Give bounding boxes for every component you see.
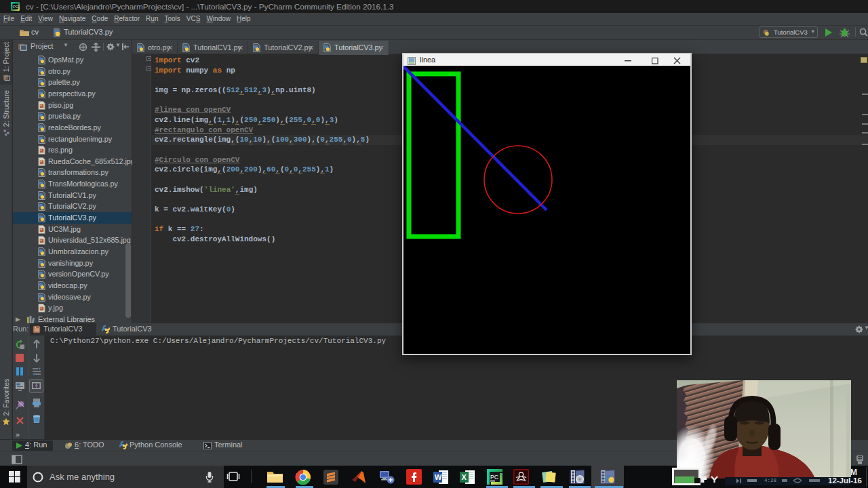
- svg-text:PC: PC: [490, 474, 498, 481]
- svg-text:W: W: [435, 473, 442, 481]
- svg-text:PC: PC: [13, 5, 19, 9]
- svg-text:X: X: [462, 473, 467, 481]
